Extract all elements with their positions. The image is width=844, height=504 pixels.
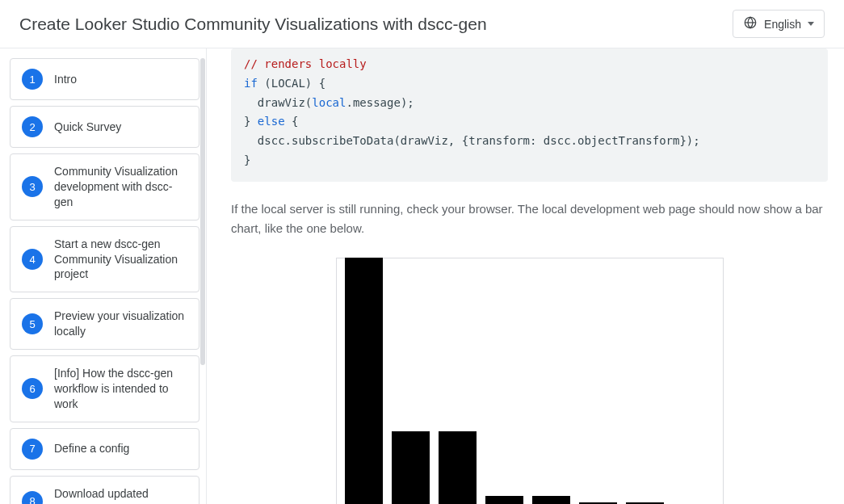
sidebar-step-3[interactable]: 3Community Visualization development wit…	[10, 153, 199, 220]
steps-sidebar: 1Intro2Quick Survey3Community Visualizat…	[0, 48, 207, 504]
code-text: }	[244, 153, 250, 166]
globe-icon	[743, 15, 758, 32]
step-label: [Info] How the dscc-gen workflow is inte…	[54, 366, 187, 412]
bar-rect	[485, 496, 523, 504]
bar-notset: (not set)	[485, 496, 523, 504]
code-text: }	[244, 115, 258, 128]
code-keyword-if: if	[244, 77, 258, 90]
sidebar-step-8[interactable]: 8Download updated message	[10, 476, 199, 504]
bar-none: (none)	[439, 431, 477, 504]
bar-chart: organicreferral(none)(not set)affiliatec…	[336, 258, 724, 504]
bar-referral: referral	[392, 431, 430, 504]
sidebar-scrollbar[interactable]	[200, 58, 205, 365]
code-text: drawViz(	[244, 96, 312, 109]
step-number-badge: 7	[22, 439, 43, 460]
language-select-button[interactable]: English	[733, 10, 825, 38]
bar-rect	[439, 431, 477, 504]
code-text: dscc.subscribeToData(drawViz, {transform…	[244, 134, 700, 147]
step-number-badge: 6	[22, 378, 43, 399]
sidebar-step-5[interactable]: 5Preview your visualization locally	[10, 298, 199, 350]
sidebar-step-7[interactable]: 7Define a config	[10, 428, 199, 470]
chevron-down-icon	[808, 22, 814, 26]
sidebar-step-6[interactable]: 6[Info] How the dscc-gen workflow is int…	[10, 355, 199, 422]
bar-rect	[345, 258, 383, 504]
step-label: Preview your visualization locally	[54, 309, 187, 339]
instruction-paragraph: If the local server is still running, ch…	[231, 200, 828, 238]
code-text: {	[285, 115, 299, 128]
code-text: (LOCAL) {	[258, 77, 325, 90]
sidebar-step-1[interactable]: 1Intro	[10, 58, 199, 100]
step-label: Quick Survey	[54, 120, 121, 135]
main-content: // renders locally if (LOCAL) { drawViz(…	[207, 48, 844, 504]
code-block: // renders locally if (LOCAL) { drawViz(…	[231, 48, 828, 182]
step-label: Community Visualization development with…	[54, 164, 187, 210]
language-label: English	[764, 18, 801, 31]
step-label: Intro	[54, 72, 77, 87]
page-header: Create Looker Studio Community Visualiza…	[0, 0, 844, 48]
page-title: Create Looker Studio Community Visualiza…	[19, 15, 487, 34]
code-keyword-else: else	[258, 115, 285, 128]
step-number-badge: 4	[22, 249, 43, 270]
step-number-badge: 8	[22, 491, 43, 504]
step-label: Start a new dscc-gen Community Visualiza…	[54, 237, 187, 283]
sidebar-step-2[interactable]: 2Quick Survey	[10, 106, 199, 148]
step-label: Define a config	[54, 441, 129, 456]
step-number-badge: 3	[22, 176, 43, 197]
bar-rect	[532, 496, 570, 504]
bar-organic: organic	[345, 258, 383, 504]
code-var-local: local	[312, 96, 346, 109]
code-comment: // renders locally	[244, 57, 367, 70]
code-text: .message);	[346, 96, 414, 109]
bar-affiliate: affiliate	[532, 496, 570, 504]
step-number-badge: 2	[22, 116, 43, 137]
step-number-badge: 5	[22, 313, 43, 334]
sidebar-step-4[interactable]: 4Start a new dscc-gen Community Visualiz…	[10, 226, 199, 293]
bar-rect	[392, 431, 430, 504]
step-number-badge: 1	[22, 69, 43, 90]
step-label: Download updated message	[54, 486, 187, 504]
